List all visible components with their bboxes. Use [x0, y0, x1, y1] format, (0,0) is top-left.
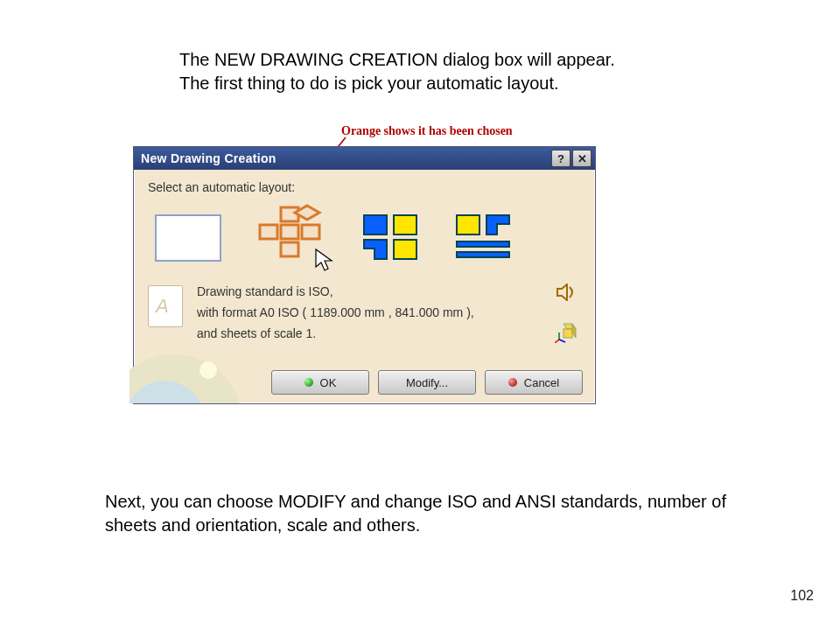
cancel-dot-icon [508, 378, 517, 387]
layout-option-multiview-selected[interactable] [246, 207, 333, 269]
intro-line-2: The first thing to do is pick your autom… [179, 72, 615, 95]
layout-a-icon [359, 210, 424, 266]
svg-rect-10 [394, 240, 416, 259]
svg-rect-8 [364, 215, 387, 234]
layout-options [148, 203, 581, 273]
ok-button-label: OK [320, 376, 337, 389]
annotation-text: Orange shows it has been chosen [341, 124, 513, 138]
dialog-titlebar: New Drawing Creation ? ✕ [134, 147, 595, 170]
speaker-icon[interactable] [556, 284, 577, 301]
svg-rect-2 [260, 225, 277, 239]
svg-line-20 [559, 340, 565, 342]
dialog-body: Select an automatic layout: [134, 170, 595, 403]
cancel-button[interactable]: Cancel [485, 370, 583, 395]
page-number: 102 [790, 588, 814, 604]
select-layout-label: Select an automatic layout: [148, 180, 581, 194]
close-button[interactable]: ✕ [572, 150, 592, 167]
modify-button[interactable]: Modify... [378, 370, 476, 395]
help-button[interactable]: ? [551, 150, 570, 167]
svg-rect-5 [281, 242, 298, 256]
svg-rect-16 [564, 329, 572, 338]
cancel-button-label: Cancel [524, 376, 559, 389]
cube-axis-icon[interactable] [555, 320, 578, 343]
svg-rect-12 [457, 242, 509, 247]
ok-button[interactable]: OK [271, 370, 369, 395]
intro-text: The NEW DRAWING CREATION dialog box will… [179, 48, 615, 95]
blank-rect-icon [155, 214, 221, 262]
page-icon [148, 285, 183, 327]
svg-line-18 [555, 340, 559, 343]
layout-option-blank[interactable] [153, 207, 223, 269]
info-row: Drawing standard is ISO, with format A0 … [148, 282, 581, 344]
ok-dot-icon [304, 378, 313, 387]
info-line-3: and sheets of scale 1. [197, 324, 537, 345]
layout-option-b[interactable] [449, 207, 519, 269]
help-icon: ? [557, 152, 564, 165]
side-icons [551, 282, 581, 344]
modify-button-label: Modify... [406, 376, 448, 389]
intro-line-1: The NEW DRAWING CREATION dialog box will… [179, 48, 615, 72]
new-drawing-creation-dialog: New Drawing Creation ? ✕ Select an autom… [133, 146, 596, 404]
svg-rect-11 [457, 215, 480, 234]
layout-option-a[interactable] [356, 207, 426, 269]
info-line-2: with format A0 ISO ( 1189.000 mm , 841.0… [197, 303, 537, 324]
info-text: Drawing standard is ISO, with format A0 … [197, 282, 537, 344]
info-line-1: Drawing standard is ISO, [197, 282, 537, 303]
layout-b-icon [452, 210, 516, 266]
outro-text: Next, you can choose MODIFY and change I… [105, 490, 752, 537]
svg-marker-17 [572, 324, 576, 338]
svg-rect-13 [457, 252, 509, 257]
dialog-title: New Drawing Creation [141, 151, 550, 165]
button-row: OK Modify... Cancel [271, 370, 583, 395]
svg-rect-3 [281, 225, 298, 239]
svg-rect-9 [394, 215, 416, 234]
multiview-orange-icon [246, 204, 333, 272]
close-icon: ✕ [578, 152, 587, 165]
svg-marker-14 [557, 284, 567, 300]
svg-rect-4 [302, 225, 319, 239]
